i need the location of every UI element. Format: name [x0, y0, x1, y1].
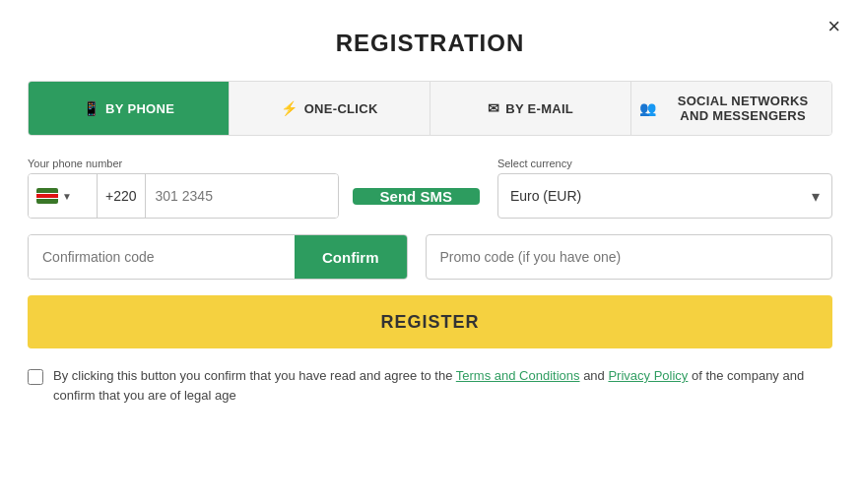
promo-code-input[interactable]: [426, 234, 833, 280]
social-tab-icon: 👥: [639, 100, 656, 116]
terms-conditions-link[interactable]: Terms and Conditions: [456, 368, 580, 383]
tab-by-phone-label: BY PHONE: [105, 101, 174, 116]
tab-by-phone[interactable]: 📱 BY PHONE: [29, 82, 230, 135]
tab-one-click[interactable]: ⚡ ONE-CLICK: [230, 82, 430, 135]
confirmation-code-input[interactable]: [29, 235, 295, 279]
phone-code: +220: [98, 174, 146, 218]
close-button[interactable]: ×: [827, 16, 840, 37]
phone-number-input[interactable]: [146, 174, 338, 218]
registration-tabs: 📱 BY PHONE ⚡ ONE-CLICK ✉ BY E-MAIL 👥 SOC…: [28, 81, 832, 136]
phone-tab-icon: 📱: [83, 100, 99, 116]
country-select[interactable]: ▼: [29, 174, 98, 218]
confirm-button[interactable]: Confirm: [295, 235, 407, 279]
currency-field-group: Select currency Euro (EUR) USD GBP ▾: [497, 158, 832, 219]
register-button[interactable]: REGISTER: [28, 295, 832, 348]
registration-modal: × REGISTRATION 📱 BY PHONE ⚡ ONE-CLICK ✉ …: [0, 0, 860, 504]
currency-label: Select currency: [497, 158, 832, 169]
terms-text-before: By clicking this button you confirm that…: [53, 368, 456, 383]
country-chevron-icon: ▼: [62, 191, 72, 202]
confirmation-code-group: Confirm: [28, 234, 408, 280]
send-sms-button[interactable]: Send SMS: [353, 188, 480, 205]
tab-by-email-label: BY E-MAIL: [505, 101, 573, 116]
phone-field-group: Your phone number ▼ +220 Send SMS: [28, 158, 480, 219]
phone-input-container: ▼ +220: [28, 173, 339, 219]
terms-text: By clicking this button you confirm that…: [53, 366, 832, 405]
tab-by-email[interactable]: ✉ BY E-MAIL: [430, 82, 631, 135]
confirmation-promo-row: Confirm: [28, 234, 832, 280]
tab-social[interactable]: 👥 SOCIAL NETWORKS AND MESSENGERS: [631, 82, 831, 135]
tab-social-label: SOCIAL NETWORKS AND MESSENGERS: [662, 94, 824, 123]
terms-checkbox[interactable]: [28, 369, 43, 385]
gambia-flag: [36, 188, 58, 204]
currency-select[interactable]: Euro (EUR) USD GBP: [498, 174, 831, 218]
privacy-policy-link[interactable]: Privacy Policy: [608, 368, 688, 383]
modal-title: REGISTRATION: [28, 30, 832, 57]
currency-container: Euro (EUR) USD GBP ▾: [497, 173, 832, 219]
terms-text-and: and: [580, 368, 609, 383]
one-click-tab-icon: ⚡: [281, 100, 298, 116]
tab-one-click-label: ONE-CLICK: [304, 101, 378, 116]
email-tab-icon: ✉: [488, 100, 499, 116]
phone-label: Your phone number: [28, 158, 480, 169]
terms-row: By clicking this button you confirm that…: [28, 366, 832, 405]
phone-currency-row: Your phone number ▼ +220 Send SMS Select…: [28, 158, 832, 219]
